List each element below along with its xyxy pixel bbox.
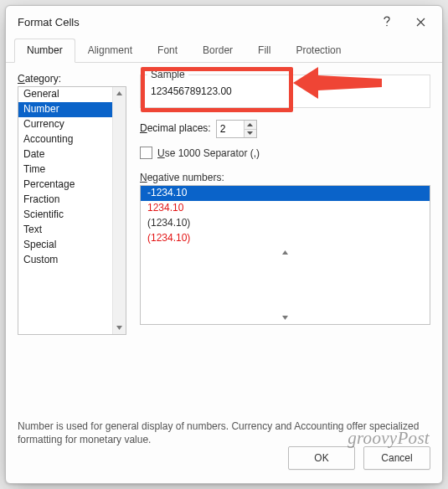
category-item-special[interactable]: Special xyxy=(18,238,126,253)
tabbar: Number Alignment Font Border Fill Protec… xyxy=(6,38,442,63)
negative-option-4[interactable]: (1234.10) xyxy=(141,231,430,246)
negative-option-2[interactable]: 1234.10 xyxy=(141,201,430,216)
sample-legend: Sample xyxy=(147,69,188,80)
svg-marker-8 xyxy=(282,316,288,320)
svg-marker-4 xyxy=(116,326,122,330)
decimal-places-label: Decimal places: xyxy=(140,122,211,134)
scroll-down-icon[interactable] xyxy=(141,311,430,324)
svg-marker-6 xyxy=(247,131,253,135)
category-listbox[interactable]: General Number Currency Accounting Date … xyxy=(18,86,126,335)
sample-group: Sample 123456789123.00 xyxy=(140,75,430,108)
negative-numbers-label: Negative numbers: xyxy=(140,172,430,183)
svg-point-0 xyxy=(386,25,388,27)
category-description: Number is used for general display of nu… xyxy=(6,414,442,446)
scroll-up-icon[interactable] xyxy=(113,87,126,100)
scroll-up-icon[interactable] xyxy=(141,246,430,259)
help-button[interactable] xyxy=(370,10,404,33)
negative-option-1[interactable]: -1234.10 xyxy=(141,186,430,201)
cancel-button[interactable]: Cancel xyxy=(363,446,430,470)
category-item-text[interactable]: Text xyxy=(18,223,126,238)
category-item-percentage[interactable]: Percentage xyxy=(18,178,126,193)
thousands-separator-label: Use 1000 Separator (,) xyxy=(157,147,260,159)
thousands-separator-checkbox[interactable]: Use 1000 Separator (,) xyxy=(140,147,260,159)
decimal-places-row: Decimal places: xyxy=(140,120,430,138)
close-button[interactable] xyxy=(404,10,437,33)
tab-number[interactable]: Number xyxy=(14,39,75,63)
category-label: Category: xyxy=(18,73,61,85)
scroll-down-icon[interactable] xyxy=(113,322,126,334)
options-column: Sample 123456789123.00 Decimal places: xyxy=(140,73,430,406)
dialog-footer: OK Cancel xyxy=(6,446,442,483)
tab-font[interactable]: Font xyxy=(145,39,190,63)
category-item-custom[interactable]: Custom xyxy=(18,253,126,268)
category-scrollbar[interactable] xyxy=(112,87,126,334)
format-cells-dialog: Format Cells Number Alignment Font Borde… xyxy=(5,5,443,484)
dialog-title: Format Cells xyxy=(18,16,370,28)
spin-up-button[interactable] xyxy=(245,121,256,129)
decimal-places-input[interactable] xyxy=(217,121,244,137)
svg-marker-5 xyxy=(247,123,253,126)
category-item-fraction[interactable]: Fraction xyxy=(18,193,126,208)
decimal-places-spinner[interactable] xyxy=(216,120,257,138)
category-item-time[interactable]: Time xyxy=(18,162,126,178)
category-item-scientific[interactable]: Scientific xyxy=(18,208,126,223)
negative-scrollbar[interactable] xyxy=(141,246,430,259)
category-item-accounting[interactable]: Accounting xyxy=(18,132,126,147)
tab-fill[interactable]: Fill xyxy=(245,39,283,63)
category-item-general[interactable]: General xyxy=(18,87,126,102)
category-item-date[interactable]: Date xyxy=(18,147,126,162)
negative-option-3[interactable]: (1234.10) xyxy=(141,216,430,231)
category-column: Category: General Number Currency Accoun… xyxy=(18,73,126,406)
ok-button[interactable]: OK xyxy=(288,446,355,470)
dialog-body: Category: General Number Currency Accoun… xyxy=(6,63,442,414)
sample-value: 123456789123.00 xyxy=(151,84,420,97)
negative-numbers-listbox[interactable]: -1234.10 1234.10 (1234.10) (1234.10) xyxy=(140,185,430,325)
tab-border[interactable]: Border xyxy=(190,39,245,63)
tab-alignment[interactable]: Alignment xyxy=(75,39,145,63)
tab-protection[interactable]: Protection xyxy=(283,39,353,63)
category-item-number[interactable]: Number xyxy=(18,102,126,117)
spin-down-button[interactable] xyxy=(245,129,256,138)
titlebar: Format Cells xyxy=(6,6,442,38)
svg-marker-3 xyxy=(116,91,122,95)
checkbox-box-icon xyxy=(140,147,152,159)
category-item-currency[interactable]: Currency xyxy=(18,117,126,132)
svg-marker-7 xyxy=(282,250,288,255)
